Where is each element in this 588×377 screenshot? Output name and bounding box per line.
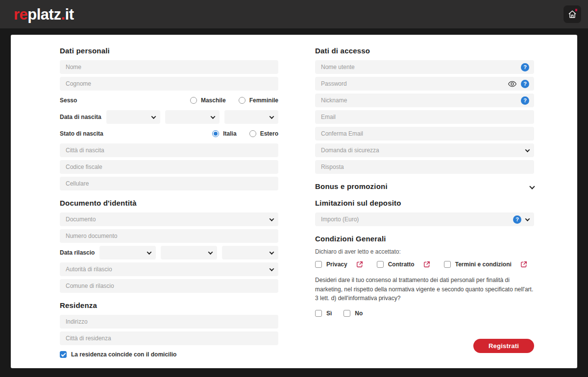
- comune-rilascio-input[interactable]: [66, 283, 273, 289]
- birth-month-select[interactable]: [165, 110, 219, 124]
- domicilio-checkbox-label: La residenza coincide con il domicilio: [71, 351, 176, 358]
- codice-fiscale-input[interactable]: [66, 164, 273, 170]
- consent-no-label: No: [355, 310, 363, 317]
- logo-part-it: it: [65, 6, 74, 23]
- privacy-checkbox-box[interactable]: [315, 261, 322, 268]
- nome-utente-field-wrap: ?: [315, 60, 534, 74]
- help-icon[interactable]: ?: [521, 63, 529, 71]
- stato-nascita-row: Stato di nascita Italia Estero: [60, 127, 278, 141]
- birth-year-select[interactable]: [224, 110, 278, 124]
- indirizzo-input[interactable]: [66, 318, 273, 325]
- help-icon[interactable]: ?: [513, 215, 521, 224]
- consent-si-label: Sì: [326, 310, 332, 317]
- issue-month-select[interactable]: [161, 246, 217, 259]
- section-title-dati-accesso: Dati di accesso: [315, 47, 534, 55]
- data-rilascio-row: Data rilascio: [60, 246, 278, 259]
- privacy-checkbox[interactable]: Privacy: [315, 261, 363, 268]
- privacy-label: Privacy: [326, 261, 347, 268]
- termini-label: Termini e condizioni: [455, 261, 512, 268]
- chevron-down-icon: [270, 266, 274, 271]
- domicilio-checkbox-box[interactable]: [60, 351, 67, 358]
- cellulare-field-wrap: [60, 177, 278, 190]
- section-title-residenza: Residenza: [60, 301, 278, 309]
- citta-residenza-field-wrap: [60, 331, 278, 345]
- cellulare-input[interactable]: [66, 180, 273, 187]
- risposta-field-wrap: [315, 160, 534, 174]
- data-nascita-label: Data di nascita: [60, 114, 101, 120]
- registrati-button[interactable]: Registrati: [473, 339, 534, 353]
- logo-part-platz: platz: [27, 6, 61, 23]
- data-nascita-row: Data di nascita: [60, 110, 278, 124]
- radio-femminile-circle[interactable]: [239, 97, 245, 104]
- left-column: Dati personali Sesso Maschile Femminile …: [60, 47, 278, 368]
- nome-field-wrap: [60, 60, 278, 74]
- chevron-down-icon: [525, 216, 530, 221]
- autorita-rilascio-select[interactable]: Autorità di rilascio: [60, 262, 278, 276]
- issue-day-select[interactable]: [99, 246, 156, 259]
- home-red-accent: [575, 9, 577, 11]
- issue-year-select[interactable]: [222, 246, 278, 259]
- radio-estero-circle[interactable]: [249, 130, 256, 137]
- consent-si-checkbox-box[interactable]: [315, 310, 322, 317]
- nome-utente-input[interactable]: [321, 64, 517, 71]
- radio-italia-label: Italia: [223, 130, 236, 137]
- section-title-documento: Documento d'identità: [60, 199, 278, 207]
- radio-estero[interactable]: Estero: [249, 130, 278, 137]
- contratto-external-link-icon[interactable]: [423, 261, 430, 268]
- home-button[interactable]: [564, 5, 581, 23]
- conferma-email-field-wrap: [315, 127, 534, 141]
- termini-checkbox-box[interactable]: [444, 261, 451, 268]
- radio-italia[interactable]: Italia: [212, 130, 236, 137]
- citta-nascita-input[interactable]: [66, 147, 273, 154]
- importo-select[interactable]: Importo (Euro) ?: [315, 212, 534, 226]
- email-input[interactable]: [321, 114, 529, 120]
- citta-residenza-input[interactable]: [66, 335, 273, 342]
- chevron-down-icon: [151, 114, 156, 119]
- radio-femminile[interactable]: Femminile: [239, 97, 278, 104]
- documento-select[interactable]: Documento: [60, 212, 278, 226]
- consent-no-checkbox-box[interactable]: [343, 310, 350, 317]
- help-icon[interactable]: ?: [521, 80, 529, 88]
- radio-estero-label: Estero: [260, 130, 278, 137]
- nome-input[interactable]: [66, 64, 273, 71]
- termini-external-link-icon[interactable]: [520, 261, 527, 268]
- risposta-input[interactable]: [321, 164, 529, 170]
- importo-select-placeholder: Importo (Euro): [321, 216, 359, 223]
- nickname-input[interactable]: [321, 97, 517, 104]
- section-title-condizioni: Condizioni Generali: [315, 235, 534, 243]
- terms-checkbox-row: Privacy Contratto: [315, 261, 534, 268]
- show-password-eye-icon[interactable]: [508, 79, 517, 89]
- marketing-consent-question: Desideri dare il tuo consenso al trattam…: [315, 276, 534, 303]
- autorita-select-placeholder: Autorità di rilascio: [66, 266, 112, 273]
- conferma-email-input[interactable]: [321, 130, 529, 137]
- domicilio-checkbox[interactable]: La residenza coincide con il domicilio: [60, 351, 278, 358]
- radio-maschile[interactable]: Maschile: [190, 97, 226, 104]
- domanda-sicurezza-select[interactable]: Domanda di sicurezza: [315, 143, 534, 157]
- chevron-down-icon: [208, 250, 213, 255]
- chevron-down-icon: [270, 114, 274, 119]
- domanda-select-placeholder: Domanda di sicurezza: [321, 147, 379, 154]
- consent-si-checkbox[interactable]: Sì: [315, 310, 332, 317]
- cognome-input[interactable]: [66, 80, 273, 87]
- numero-documento-input[interactable]: [66, 233, 273, 239]
- privacy-external-link-icon[interactable]: [356, 261, 363, 268]
- section-title-limitazioni: Limitazioni sul deposito: [315, 199, 534, 207]
- password-input[interactable]: [321, 80, 504, 87]
- chevron-down-icon: [270, 250, 274, 255]
- help-icon[interactable]: ?: [521, 96, 529, 105]
- contratto-checkbox[interactable]: Contratto: [377, 261, 430, 268]
- chevron-down-icon: [210, 114, 215, 119]
- numero-documento-field-wrap: [60, 229, 278, 243]
- birth-day-select[interactable]: [106, 110, 160, 124]
- section-title-dati-personali: Dati personali: [60, 47, 278, 55]
- chevron-down-icon: [525, 147, 530, 152]
- submit-row: Registrati: [315, 339, 534, 353]
- sesso-row: Sesso Maschile Femminile: [60, 94, 278, 107]
- contratto-checkbox-box[interactable]: [377, 261, 384, 268]
- bonus-promozioni-toggle[interactable]: Bonus e promozioni: [315, 182, 534, 190]
- radio-italia-circle[interactable]: [212, 130, 219, 137]
- radio-maschile-circle[interactable]: [190, 97, 197, 104]
- chevron-down-icon[interactable]: [529, 184, 535, 189]
- consent-no-checkbox[interactable]: No: [343, 310, 363, 317]
- termini-checkbox[interactable]: Termini e condizioni: [444, 261, 527, 268]
